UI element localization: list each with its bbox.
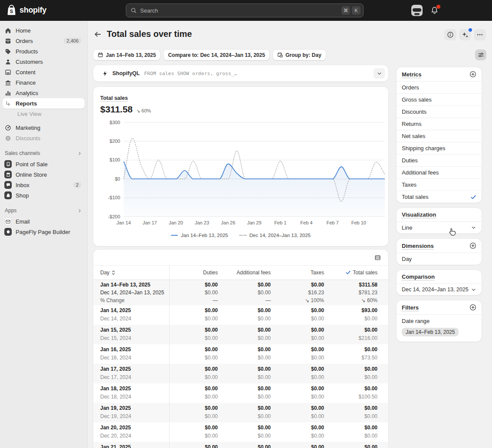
metric-label: Orders bbox=[402, 84, 419, 91]
compare-to-chip[interactable]: Compare to: Dec 14, 2024–Jan 13, 2025 bbox=[164, 49, 269, 60]
metric-item-total-sales[interactable]: Total sales bbox=[397, 191, 482, 203]
sidebar-item-customers[interactable]: Customers bbox=[3, 56, 85, 67]
add-dimension-icon[interactable] bbox=[469, 242, 476, 249]
shopifyql-bar[interactable]: ShopifyQL FROM sales SHOW orders, gross_… bbox=[93, 65, 388, 82]
legend-current-swatch bbox=[171, 235, 178, 236]
metric-item-gross-sales[interactable]: Gross sales bbox=[397, 93, 482, 105]
table-view-button[interactable] bbox=[372, 253, 383, 262]
add-filter-icon[interactable] bbox=[469, 304, 476, 311]
sidebar-section-sales-channels[interactable]: Sales channels bbox=[3, 148, 85, 158]
svg-text:Feb 4: Feb 4 bbox=[300, 220, 312, 225]
table-row[interactable]: Jan 19, 2025Dec 19, 2024 $0.00$0.00 $0.0… bbox=[93, 403, 388, 422]
metric-label: Duties bbox=[402, 157, 418, 164]
add-metric-icon[interactable] bbox=[469, 71, 476, 78]
search-input[interactable]: Search ⌘ K bbox=[126, 3, 364, 17]
table-row[interactable]: Jan 21, 2025Dec 21, 2024 $0.00$0.00 $0.0… bbox=[93, 442, 388, 448]
sidebar-badge: 2,406 bbox=[64, 38, 81, 44]
table-row[interactable]: Jan 16, 2025Dec 16, 2024 $0.00$0.00 $0.0… bbox=[93, 344, 388, 364]
info-button[interactable] bbox=[444, 29, 456, 40]
sidebar-item-analytics[interactable]: Analytics bbox=[3, 88, 85, 98]
sidebar-item-point-of-sale[interactable]: Point of Sale bbox=[3, 159, 85, 169]
table-row[interactable]: Jan 18, 2025Dec 18, 2024 $0.00$0.00 $0.0… bbox=[93, 383, 388, 403]
metric-label: Returns bbox=[402, 121, 422, 127]
check-icon bbox=[470, 194, 476, 200]
sidebar-item-shop[interactable]: Shop bbox=[3, 190, 85, 201]
table-row[interactable]: Jan 15, 2025Dec 15, 2024 $0.00$0.00 $0.0… bbox=[93, 325, 388, 344]
chevron-down-icon bbox=[471, 225, 476, 231]
report-table: Day Duties Additional fees Taxes Total s… bbox=[93, 265, 388, 448]
table-row[interactable]: Jan 20, 2025Dec 20, 2024 $0.00$0.00 $0.0… bbox=[93, 422, 388, 442]
sidebar-item-pagefly-page-builder[interactable]: PageFly Page Builder bbox=[3, 227, 85, 237]
ellipsis-icon bbox=[476, 31, 483, 38]
group-by-chip[interactable]: Group by: Day bbox=[273, 49, 326, 60]
chevron-right-icon bbox=[77, 208, 82, 213]
back-button[interactable] bbox=[93, 30, 102, 39]
sparkles-icon bbox=[462, 31, 469, 39]
store-avatar[interactable] bbox=[411, 5, 423, 16]
panel-toggle-button[interactable] bbox=[475, 49, 486, 60]
orders-icon bbox=[4, 37, 12, 45]
sidebar-item-live-view[interactable]: Live View bbox=[3, 109, 85, 119]
metric-item-net-sales[interactable]: Net sales bbox=[397, 130, 482, 142]
dimensions-card: Dimensions Day bbox=[397, 239, 482, 265]
querybar-expand-button[interactable] bbox=[374, 68, 385, 79]
column-header-additional-fees[interactable]: Additional fees bbox=[224, 266, 279, 280]
sidebar-item-label: Analytics bbox=[16, 90, 38, 96]
sidebar-item-online-store[interactable]: Online Store bbox=[3, 169, 85, 180]
metrics-title: Metrics bbox=[402, 71, 422, 78]
dimension-item[interactable]: Day bbox=[397, 253, 482, 265]
chart-card: Total sales $311.58 ↘ 60% $300$200$100$0… bbox=[93, 87, 388, 246]
metric-item-orders[interactable]: Orders bbox=[397, 81, 482, 93]
column-header-taxes[interactable]: Taxes bbox=[279, 266, 334, 280]
more-actions-button[interactable] bbox=[474, 29, 486, 40]
sidebar-item-reports[interactable]: Reports bbox=[3, 98, 85, 109]
tune-icon bbox=[478, 52, 484, 58]
sidebar-item-email[interactable]: Email bbox=[3, 216, 85, 227]
marketing-icon bbox=[4, 124, 12, 132]
metric-item-discounts[interactable]: Discounts bbox=[397, 105, 482, 118]
shopifyql-query: FROM sales SHOW orders, gross_… bbox=[144, 71, 374, 76]
column-header-total-sales[interactable]: Total sales bbox=[334, 266, 388, 280]
metric-label: Discounts bbox=[402, 109, 426, 115]
table-row[interactable]: Jan 17, 2025Dec 17, 2024 $0.00$0.00 $0.0… bbox=[93, 364, 388, 383]
magic-assistant-button[interactable] bbox=[459, 29, 471, 40]
svg-text:$0: $0 bbox=[115, 176, 120, 181]
sidebar-item-orders[interactable]: Orders2,406 bbox=[3, 36, 85, 46]
metric-label: Net sales bbox=[402, 133, 425, 139]
table-header-row: Day Duties Additional fees Taxes Total s… bbox=[93, 266, 388, 280]
chart-total-value: $311.58 bbox=[100, 104, 133, 115]
comparison-value: Dec 14, 2024–Jan 13, 2025 bbox=[402, 287, 469, 293]
sidebar-item-discounts[interactable]: Discounts bbox=[3, 133, 85, 143]
sidebar-section-apps[interactable]: Apps bbox=[3, 206, 85, 215]
table-row[interactable]: Jan 14, 2025Dec 14, 2024 $0.00$0.00 $0.0… bbox=[93, 305, 388, 325]
date-range-filter-chip[interactable]: Jan 14–Feb 13, 2025 bbox=[402, 328, 459, 336]
column-header-duties[interactable]: Duties bbox=[169, 266, 224, 280]
svg-text:$200: $200 bbox=[110, 138, 120, 144]
sidebar-item-label: Customers bbox=[16, 59, 43, 65]
metric-item-additional-fees[interactable]: Additional fees bbox=[397, 166, 482, 178]
svg-text:Jan 26: Jan 26 bbox=[221, 220, 235, 225]
metric-item-returns[interactable]: Returns bbox=[397, 118, 482, 130]
sidebar-item-finance[interactable]: Finance bbox=[3, 77, 85, 88]
back-arrow-icon bbox=[94, 30, 102, 38]
sidebar-item-home[interactable]: Home bbox=[3, 25, 85, 36]
shopify-logo[interactable]: S shopify bbox=[6, 4, 46, 16]
comparison-select[interactable]: Dec 14, 2024–Jan 13, 2025 bbox=[397, 283, 482, 295]
column-header-day[interactable]: Day bbox=[93, 266, 169, 280]
sidebar-item-inbox[interactable]: Inbox2 bbox=[3, 180, 85, 190]
notifications-button[interactable] bbox=[430, 6, 439, 15]
metric-item-taxes[interactable]: Taxes bbox=[397, 178, 482, 191]
metric-item-duties[interactable]: Duties bbox=[397, 154, 482, 166]
topbar: S shopify Search ⌘ K bbox=[0, 0, 492, 21]
metric-item-shipping-charges[interactable]: Shipping charges bbox=[397, 142, 482, 154]
svg-text:-$200: -$200 bbox=[108, 214, 120, 219]
date-range-chip[interactable]: Jan 14–Feb 13, 2025 bbox=[93, 49, 160, 60]
svg-text:S: S bbox=[10, 9, 13, 14]
visualization-select[interactable]: Line bbox=[397, 221, 482, 234]
sidebar-item-content[interactable]: Content bbox=[3, 67, 85, 77]
table-summary-row[interactable]: Jan 14–Feb 13, 2025Dec 14, 2024–Jan 13, … bbox=[93, 280, 388, 306]
sidebar-badge: 2 bbox=[73, 182, 81, 188]
svg-text:Jan 23: Jan 23 bbox=[195, 220, 209, 225]
sidebar-item-marketing[interactable]: Marketing bbox=[3, 122, 85, 133]
sidebar-item-products[interactable]: Products bbox=[3, 46, 85, 56]
